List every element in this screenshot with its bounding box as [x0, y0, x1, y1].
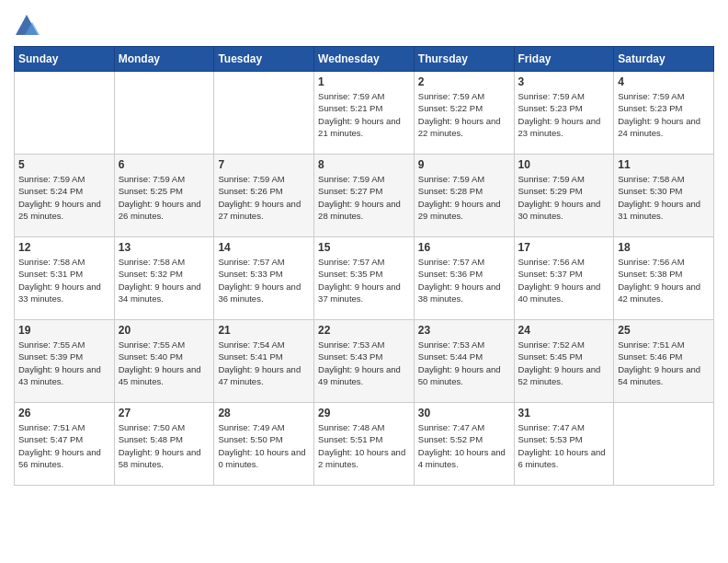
cell-day-number: 8	[318, 158, 410, 171]
calendar-cell: 8Sunrise: 7:59 AMSunset: 5:27 PMDaylight…	[314, 155, 415, 237]
cell-day-number: 28	[218, 407, 310, 419]
cell-sun-info: Sunrise: 7:59 AMSunset: 5:29 PMDaylight:…	[518, 173, 610, 222]
calendar-cell: 29Sunrise: 7:48 AMSunset: 5:51 PMDayligh…	[314, 403, 415, 486]
calendar-cell: 25Sunrise: 7:51 AMSunset: 5:46 PMDayligh…	[614, 320, 714, 403]
calendar-cell	[614, 403, 714, 486]
calendar-cell: 31Sunrise: 7:47 AMSunset: 5:53 PMDayligh…	[514, 403, 614, 486]
cell-day-number: 6	[119, 158, 210, 171]
cell-day-number: 20	[119, 324, 210, 337]
weekday-header-friday: Friday	[514, 47, 614, 72]
cell-sun-info: Sunrise: 7:56 AMSunset: 5:38 PMDaylight:…	[618, 256, 710, 304]
header	[14, 9, 714, 39]
calendar-table: SundayMondayTuesdayWednesdayThursdayFrid…	[14, 46, 714, 486]
week-row-1: 1Sunrise: 7:59 AMSunset: 5:21 PMDaylight…	[15, 72, 714, 155]
calendar-cell: 21Sunrise: 7:54 AMSunset: 5:41 PMDayligh…	[214, 320, 314, 403]
weekday-header-row: SundayMondayTuesdayWednesdayThursdayFrid…	[15, 47, 714, 72]
cell-day-number: 24	[518, 324, 610, 337]
calendar-cell	[114, 72, 214, 155]
cell-sun-info: Sunrise: 7:57 AMSunset: 5:33 PMDaylight:…	[218, 256, 310, 304]
cell-sun-info: Sunrise: 7:59 AMSunset: 5:27 PMDaylight:…	[318, 173, 410, 222]
cell-day-number: 4	[618, 75, 710, 88]
cell-sun-info: Sunrise: 7:59 AMSunset: 5:25 PMDaylight:…	[119, 173, 210, 222]
calendar-cell: 6Sunrise: 7:59 AMSunset: 5:25 PMDaylight…	[114, 155, 214, 237]
weekday-header-thursday: Thursday	[414, 47, 514, 72]
cell-day-number: 14	[218, 241, 310, 254]
cell-day-number: 23	[418, 324, 510, 337]
cell-day-number: 15	[318, 241, 410, 254]
cell-sun-info: Sunrise: 7:52 AMSunset: 5:45 PMDaylight:…	[518, 339, 610, 387]
cell-sun-info: Sunrise: 7:59 AMSunset: 5:22 PMDaylight:…	[418, 90, 510, 139]
cell-day-number: 19	[18, 324, 110, 337]
cell-sun-info: Sunrise: 7:53 AMSunset: 5:44 PMDaylight:…	[418, 339, 510, 387]
cell-day-number: 26	[18, 407, 110, 419]
cell-sun-info: Sunrise: 7:56 AMSunset: 5:37 PMDaylight:…	[518, 256, 610, 304]
calendar-cell: 4Sunrise: 7:59 AMSunset: 5:23 PMDaylight…	[614, 72, 714, 155]
cell-day-number: 18	[618, 241, 710, 254]
calendar-cell: 9Sunrise: 7:59 AMSunset: 5:28 PMDaylight…	[414, 155, 514, 237]
week-row-2: 5Sunrise: 7:59 AMSunset: 5:24 PMDaylight…	[15, 155, 714, 237]
weekday-header-tuesday: Tuesday	[214, 47, 314, 72]
cell-day-number: 11	[618, 158, 710, 171]
calendar-cell: 30Sunrise: 7:47 AMSunset: 5:52 PMDayligh…	[414, 403, 514, 486]
week-row-3: 12Sunrise: 7:58 AMSunset: 5:31 PMDayligh…	[15, 237, 714, 320]
cell-sun-info: Sunrise: 7:58 AMSunset: 5:30 PMDaylight:…	[618, 173, 710, 222]
cell-sun-info: Sunrise: 7:55 AMSunset: 5:40 PMDaylight:…	[119, 339, 210, 387]
cell-sun-info: Sunrise: 7:59 AMSunset: 5:26 PMDaylight:…	[218, 173, 310, 222]
cell-sun-info: Sunrise: 7:59 AMSunset: 5:24 PMDaylight:…	[18, 173, 110, 222]
calendar-cell: 27Sunrise: 7:50 AMSunset: 5:48 PMDayligh…	[114, 403, 214, 486]
page: SundayMondayTuesdayWednesdayThursdayFrid…	[0, 0, 728, 500]
cell-day-number: 3	[518, 75, 610, 88]
cell-sun-info: Sunrise: 7:51 AMSunset: 5:46 PMDaylight:…	[618, 339, 710, 387]
cell-sun-info: Sunrise: 7:58 AMSunset: 5:32 PMDaylight:…	[119, 256, 210, 304]
cell-day-number: 7	[218, 158, 310, 171]
cell-day-number: 25	[618, 324, 710, 337]
cell-sun-info: Sunrise: 7:59 AMSunset: 5:21 PMDaylight:…	[318, 90, 410, 139]
cell-day-number: 21	[218, 324, 310, 337]
calendar-cell: 26Sunrise: 7:51 AMSunset: 5:47 PMDayligh…	[15, 403, 115, 486]
calendar-cell: 28Sunrise: 7:49 AMSunset: 5:50 PMDayligh…	[214, 403, 314, 486]
calendar-cell: 10Sunrise: 7:59 AMSunset: 5:29 PMDayligh…	[514, 155, 614, 237]
cell-day-number: 1	[318, 75, 410, 88]
week-row-4: 19Sunrise: 7:55 AMSunset: 5:39 PMDayligh…	[15, 320, 714, 403]
calendar-cell	[15, 72, 115, 155]
logo-icon	[14, 13, 40, 39]
calendar-cell: 13Sunrise: 7:58 AMSunset: 5:32 PMDayligh…	[114, 237, 214, 320]
cell-sun-info: Sunrise: 7:51 AMSunset: 5:47 PMDaylight:…	[18, 421, 110, 470]
cell-sun-info: Sunrise: 7:47 AMSunset: 5:53 PMDaylight:…	[518, 421, 610, 470]
calendar-cell: 18Sunrise: 7:56 AMSunset: 5:38 PMDayligh…	[614, 237, 714, 320]
cell-sun-info: Sunrise: 7:47 AMSunset: 5:52 PMDaylight:…	[418, 421, 510, 470]
cell-day-number: 17	[518, 241, 610, 254]
logo	[14, 13, 43, 39]
calendar-cell: 2Sunrise: 7:59 AMSunset: 5:22 PMDaylight…	[414, 72, 514, 155]
calendar-cell: 20Sunrise: 7:55 AMSunset: 5:40 PMDayligh…	[114, 320, 214, 403]
weekday-header-monday: Monday	[114, 47, 214, 72]
cell-sun-info: Sunrise: 7:53 AMSunset: 5:43 PMDaylight:…	[318, 339, 410, 387]
calendar-cell: 24Sunrise: 7:52 AMSunset: 5:45 PMDayligh…	[514, 320, 614, 403]
cell-day-number: 9	[418, 158, 510, 171]
cell-sun-info: Sunrise: 7:59 AMSunset: 5:23 PMDaylight:…	[618, 90, 710, 139]
cell-day-number: 31	[518, 407, 610, 419]
calendar-cell: 7Sunrise: 7:59 AMSunset: 5:26 PMDaylight…	[214, 155, 314, 237]
cell-day-number: 12	[18, 241, 110, 254]
cell-sun-info: Sunrise: 7:57 AMSunset: 5:35 PMDaylight:…	[318, 256, 410, 304]
calendar-cell: 3Sunrise: 7:59 AMSunset: 5:23 PMDaylight…	[514, 72, 614, 155]
cell-sun-info: Sunrise: 7:59 AMSunset: 5:23 PMDaylight:…	[518, 90, 610, 139]
week-row-5: 26Sunrise: 7:51 AMSunset: 5:47 PMDayligh…	[15, 403, 714, 486]
calendar-cell: 1Sunrise: 7:59 AMSunset: 5:21 PMDaylight…	[314, 72, 415, 155]
cell-day-number: 29	[318, 407, 410, 419]
calendar-cell: 22Sunrise: 7:53 AMSunset: 5:43 PMDayligh…	[314, 320, 415, 403]
calendar-cell: 23Sunrise: 7:53 AMSunset: 5:44 PMDayligh…	[414, 320, 514, 403]
cell-day-number: 13	[119, 241, 210, 254]
cell-day-number: 2	[418, 75, 510, 88]
cell-sun-info: Sunrise: 7:55 AMSunset: 5:39 PMDaylight:…	[18, 339, 110, 387]
cell-sun-info: Sunrise: 7:50 AMSunset: 5:48 PMDaylight:…	[119, 421, 210, 470]
cell-day-number: 5	[18, 158, 110, 171]
cell-day-number: 16	[418, 241, 510, 254]
calendar-cell: 16Sunrise: 7:57 AMSunset: 5:36 PMDayligh…	[414, 237, 514, 320]
calendar-cell: 5Sunrise: 7:59 AMSunset: 5:24 PMDaylight…	[15, 155, 115, 237]
weekday-header-sunday: Sunday	[15, 47, 115, 72]
calendar-cell: 12Sunrise: 7:58 AMSunset: 5:31 PMDayligh…	[15, 237, 115, 320]
calendar-cell	[214, 72, 314, 155]
calendar-cell: 19Sunrise: 7:55 AMSunset: 5:39 PMDayligh…	[15, 320, 115, 403]
weekday-header-wednesday: Wednesday	[314, 47, 415, 72]
